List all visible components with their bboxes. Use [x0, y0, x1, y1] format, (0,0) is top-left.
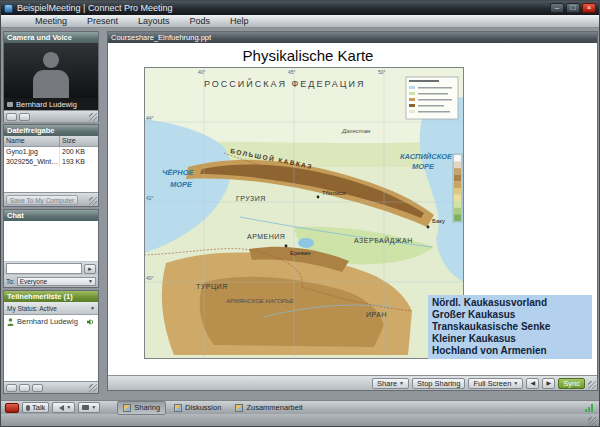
map-label-turkey: ТУРЦИЯ — [196, 283, 228, 291]
pod-resize-grip[interactable] — [89, 384, 97, 392]
file-list-empty-area — [4, 167, 98, 192]
file-row[interactable]: 3029256_Winter.jpg 193 KB — [4, 157, 98, 167]
column-name[interactable]: Name — [4, 136, 60, 146]
layout-icon — [123, 404, 131, 412]
window-footer — [1, 414, 599, 427]
video-area — [4, 43, 98, 98]
close-button[interactable]: × — [582, 3, 596, 13]
elevation-scale — [453, 154, 462, 222]
attendee-pod-header[interactable]: Teilnehmerliste (1) — [4, 291, 98, 302]
attendee-pod: Teilnehmerliste (1) My Status: Active ▼ … — [3, 290, 99, 394]
connection-status-icon — [585, 404, 595, 412]
pod-options-button[interactable] — [32, 384, 43, 392]
avatar — [43, 52, 59, 68]
sync-button[interactable]: Sync — [558, 378, 585, 389]
chevron-down-icon: ▼ — [513, 381, 518, 386]
share-pod: Courseshare_Einfuehrung.ppt Physikalisch… — [107, 31, 598, 391]
file-table-header: Name Size — [4, 136, 98, 147]
pod-resize-grip[interactable] — [588, 381, 596, 389]
pod-resize-grip[interactable] — [89, 113, 97, 121]
share-menu-button[interactable]: Share ▼ — [372, 378, 409, 389]
save-to-computer-button[interactable]: Save To My Computer — [6, 195, 78, 205]
window-resize-grip[interactable] — [588, 417, 597, 426]
slide-annotation-list: Nördl. Kaukasusvorland Großer Kaukasus T… — [428, 295, 592, 359]
chat-input[interactable] — [6, 263, 82, 274]
share-pod-title: Courseshare_Einfuehrung.ppt — [111, 33, 211, 42]
previous-slide-button[interactable]: ◀ — [526, 378, 539, 389]
file-name: Gyno1.jpg — [4, 147, 60, 157]
map-grid-label: 40° — [198, 69, 206, 75]
map-label-dagestan: Дагестан — [341, 128, 371, 134]
layout-tab-bar: Sharing Diskussion Zusammenarbeit — [117, 401, 308, 415]
map-label-georgia: ГРУЗИЯ — [236, 195, 266, 202]
tab-diskussion[interactable]: Diskussion — [168, 401, 227, 415]
my-status-dropdown[interactable]: My Status: Active ▼ — [4, 302, 98, 315]
status-bar: Talk ▼ ▼ Sharing Diskussion Zusammenarbe… — [1, 400, 599, 414]
file-name: 3029256_Winter.jpg — [4, 157, 60, 167]
file-size: 200 KB — [60, 147, 98, 157]
map-label-russia: РОССИЙСКАЯ ФЕДЕРАЦИЯ — [204, 78, 365, 89]
annotation-line: Kleiner Kaukasus — [432, 333, 588, 345]
maximize-button[interactable]: □ — [566, 3, 580, 13]
chat-message-area — [4, 221, 98, 262]
map-grid-label: 50° — [378, 69, 386, 75]
camera-pod: Camera und Voice Bernhard Ludewig — [3, 31, 99, 122]
speaker-volume-button[interactable]: ▼ — [52, 402, 75, 413]
share-pod-controls: Share ▼ Stop Sharing Full Screen ▼ ◀ ▶ S… — [108, 375, 597, 390]
attendee-name: Bernhard Ludewig — [17, 317, 78, 326]
map-label-armenia: АРМЕНИЯ — [247, 233, 285, 240]
raise-hand-button[interactable] — [6, 384, 17, 392]
next-slide-button[interactable]: ▶ — [542, 378, 555, 389]
title-bar: BeispielMeeting | Connect Pro Meeting – … — [1, 1, 599, 15]
chat-to-row: To: Everyone ▼ — [4, 275, 98, 287]
attendee-pod-title: Teilnehmerliste (1) — [7, 292, 73, 301]
avatar — [33, 70, 69, 98]
microphone-icon — [26, 405, 30, 411]
tab-sharing[interactable]: Sharing — [117, 401, 166, 415]
menu-pods[interactable]: Pods — [180, 15, 221, 27]
chevron-down-icon: ▼ — [88, 279, 93, 284]
attendee-row[interactable]: Bernhard Ludewig — [4, 316, 98, 327]
chat-recipient-value: Everyone — [20, 278, 47, 285]
pod-resize-grip[interactable] — [89, 197, 97, 205]
start-camera-button[interactable] — [6, 113, 17, 121]
tab-zusammenarbeit[interactable]: Zusammenarbeit — [229, 401, 308, 415]
map-grid-label: 44° — [146, 115, 154, 121]
map-label-yerevan: Ереван — [290, 250, 310, 256]
attendee-list: Bernhard Ludewig — [4, 315, 98, 381]
layout-icon — [235, 404, 243, 412]
menu-help[interactable]: Help — [220, 15, 259, 27]
slide-title: Physikalische Karte — [108, 47, 508, 64]
menu-layouts[interactable]: Layouts — [128, 15, 180, 27]
chat-pod-header[interactable]: Chat — [4, 210, 98, 221]
chat-send-button[interactable]: ► — [84, 264, 96, 274]
slide-area: Physikalische Karte — [108, 43, 597, 375]
talk-button[interactable]: Talk — [22, 402, 49, 413]
chat-pod: Chat ► To: Everyone ▼ — [3, 209, 99, 288]
column-size[interactable]: Size — [60, 136, 98, 146]
full-screen-button[interactable]: Full Screen ▼ — [468, 378, 523, 389]
menu-meeting[interactable]: Meeting — [25, 15, 77, 27]
set-status-button[interactable] — [19, 384, 30, 392]
file-row[interactable]: Gyno1.jpg 200 KB — [4, 147, 98, 157]
pause-camera-button[interactable] — [19, 113, 30, 121]
file-size: 193 KB — [60, 157, 98, 167]
share-pod-header[interactable]: Courseshare_Einfuehrung.ppt — [108, 32, 597, 43]
fileshare-pod: Dateifreigabe Name Size Gyno1.jpg 200 KB… — [3, 124, 99, 207]
window-title: BeispielMeeting | Connect Pro Meeting — [17, 1, 172, 15]
end-call-button[interactable] — [5, 403, 19, 413]
camera-pod-header[interactable]: Camera und Voice — [4, 32, 98, 43]
stop-sharing-button[interactable]: Stop Sharing — [412, 378, 465, 389]
fileshare-pod-header[interactable]: Dateifreigabe — [4, 125, 98, 136]
camera-settings-button[interactable]: ▼ — [78, 402, 100, 413]
map-grid-label: 40° — [146, 275, 154, 281]
person-icon — [7, 318, 14, 326]
menu-present[interactable]: Present — [77, 15, 128, 27]
minimize-button[interactable]: – — [550, 3, 564, 13]
to-label: To: — [6, 278, 15, 285]
map-label-caspian-sea: МОРЕ — [412, 162, 435, 171]
layout-icon — [174, 404, 182, 412]
annotation-line: Großer Kaukasus — [432, 309, 588, 321]
chat-recipient-select[interactable]: Everyone ▼ — [17, 277, 96, 286]
map-label-black-sea: ЧЁРНОЕ — [162, 168, 195, 177]
